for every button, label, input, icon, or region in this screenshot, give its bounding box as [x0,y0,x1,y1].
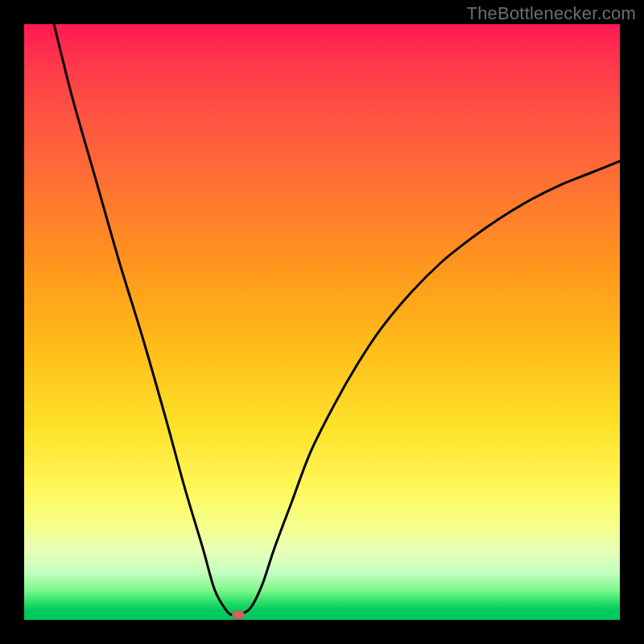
bottleneck-curve [24,24,620,620]
chart-frame: TheBottlenecker.com [0,0,644,644]
watermark-text: TheBottlenecker.com [467,3,636,24]
plot-area [24,24,620,620]
